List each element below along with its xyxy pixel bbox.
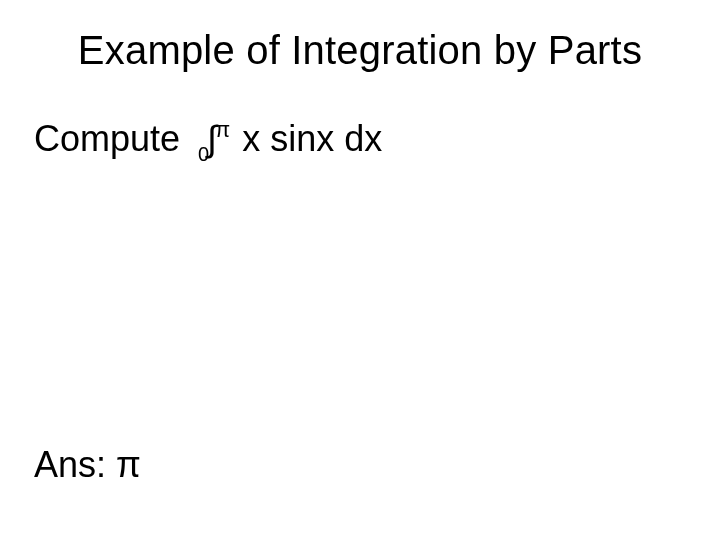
problem-statement: Compute 0∫π x sinx dx (34, 117, 686, 160)
integral-expression: 0∫π (198, 117, 232, 160)
slide-title: Example of Integration by Parts (34, 28, 686, 73)
integrand: x sinx dx (242, 117, 382, 160)
slide-container: Example of Integration by Parts Compute … (0, 0, 720, 540)
answer-value: π (116, 444, 141, 485)
answer-line: Ans: π (34, 444, 141, 486)
answer-label: Ans: (34, 444, 106, 485)
compute-label: Compute (34, 117, 180, 160)
upper-limit: π (215, 117, 230, 142)
compute-line: Compute 0∫π x sinx dx (34, 117, 686, 160)
